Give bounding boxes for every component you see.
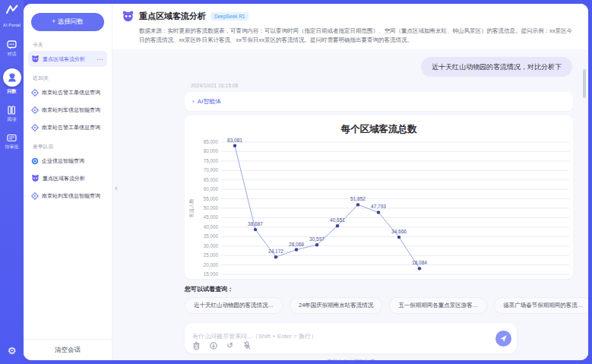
rail-item-label: 待审批 (5, 144, 19, 150)
svg-text:30,000: 30,000 (204, 243, 219, 248)
chat-area: ‹ 近十天红山动物园的客流情况，对比分析下 2024/10/21 16:15:0… (112, 49, 588, 360)
clear-session-button[interactable]: 清空会话 (24, 339, 112, 360)
ai-disclaimer: 内容由AI大模型生成 (185, 358, 517, 360)
history-item-label: 南京站告警工单信息查询 (42, 124, 104, 131)
select-dataset-button[interactable]: + 选择问数 (31, 13, 104, 31)
sidebar-spacer (24, 204, 112, 339)
rail-item-approval[interactable]: 待审批 (5, 134, 19, 150)
collapse-sidebar-icon[interactable]: ‹ (115, 183, 118, 192)
send-icon (499, 334, 508, 343)
suggestion-chip[interactable]: 五一假期期间各重点景区游客… (389, 297, 487, 314)
main-header: 重点区域客流分析 DeepSeek R1 数据来源：实时更新的客流数据表，可查询… (112, 4, 588, 49)
rail-item-label: 对话 (8, 51, 17, 58)
suggestion-chip[interactable]: 德基广场春节假期期间的客流… (494, 297, 588, 314)
svg-text:85,000: 85,000 (204, 139, 219, 144)
svg-text:65,000: 65,000 (204, 177, 219, 182)
compass-icon (31, 192, 39, 200)
rail-item-chat[interactable]: 对话 (7, 40, 17, 58)
svg-text:38,687: 38,687 (248, 221, 263, 226)
svg-text:55,000: 55,000 (204, 196, 219, 201)
rail-item-label: 问数 (8, 88, 17, 95)
agent-toggle-bar[interactable]: › AI智能体 (185, 92, 573, 111)
app-panel: + 选择问数 今天 重点区域客流分析 ⋯ 近30天 南京站告警工单信息查询 (24, 4, 588, 360)
scrollbar-thumb[interactable] (583, 69, 586, 98)
svg-text:75,000: 75,000 (204, 158, 219, 163)
svg-text:客流人数: 客流人数 (188, 198, 195, 218)
history-item[interactable]: 南京站告警工单信息查询 (28, 84, 107, 100)
agent-avatar-icon (31, 174, 40, 182)
svg-text:70,000: 70,000 (204, 167, 219, 173)
svg-text:30,597: 30,597 (309, 236, 324, 242)
svg-text:15,000: 15,000 (204, 271, 219, 277)
compass-icon (31, 124, 39, 131)
chart-card: 每个区域客流总数 85,00080,00075,00070,00065,0006… (185, 116, 573, 279)
logo-text: AI Portal (3, 23, 21, 27)
history-item-label: 南京站列车信息智能查询 (42, 106, 104, 114)
history-item[interactable]: 南京站列车信息智能查询 (28, 102, 107, 118)
svg-text:80,000: 80,000 (204, 148, 219, 154)
svg-text:24,172: 24,172 (268, 248, 283, 254)
nav-rail: AI Portal 对话 问数 阅读 (0, 0, 24, 364)
main-area: 重点区域客流分析 DeepSeek R1 数据来源：实时更新的客流数据表，可查询… (112, 4, 588, 360)
svg-text:18,084: 18,084 (412, 260, 427, 265)
chevron-right-icon: › (192, 98, 195, 105)
app-logo: AI Portal (3, 5, 21, 30)
svg-text:20,000: 20,000 (204, 262, 219, 267)
agent-avatar-icon (31, 55, 40, 63)
suggestion-chip[interactable]: 24年国庆假期南京站客流情况 (290, 297, 382, 314)
agent-avatar (122, 10, 135, 23)
agent-description: 数据来源：实时更新的客流数据表，可查询内容：可以查询时间（指定日期或者指定日期范… (139, 27, 576, 45)
svg-text:25,000: 25,000 (204, 252, 219, 258)
compass-icon (31, 106, 39, 114)
svg-text:60,000: 60,000 (204, 186, 219, 191)
history-item-label: 南京站列车信息智能查询 (42, 192, 104, 200)
history-item[interactable]: 南京站列车信息智能查询 (28, 188, 107, 204)
history-item-active[interactable]: 重点区域客流分析 ⋯ (28, 51, 107, 67)
undo-icon[interactable]: ↺ (226, 341, 234, 350)
rail-item-ask-data[interactable]: 问数 (3, 68, 21, 95)
agent-toggle-label: AI智能体 (198, 97, 222, 106)
svg-text:28,068: 28,068 (289, 242, 304, 247)
svg-text:50,000: 50,000 (204, 205, 219, 210)
svg-text:35,000: 35,000 (204, 233, 219, 239)
svg-text:34,666: 34,666 (391, 229, 407, 234)
user-message-bubble: 近十天红山动物园的客流情况，对比分析下 (421, 57, 572, 77)
history-download-icon[interactable] (209, 341, 217, 350)
approval-icon (7, 134, 17, 142)
compass-icon (31, 89, 39, 97)
suggestion-chip[interactable]: 近十天红山动物园的客流情况… (185, 297, 283, 314)
history-item[interactable]: 企业信息智能查询 (28, 153, 107, 169)
message-composer: ↺ (185, 323, 517, 353)
rail-item-label: 阅读 (8, 116, 17, 123)
model-badge: DeepSeek R1 (211, 12, 249, 21)
section-label-30days: 近30天 (33, 74, 112, 82)
line-chart: 85,00080,00075,00070,00065,00060,00055,0… (186, 136, 573, 277)
rail-item-reading[interactable]: 阅读 (7, 106, 17, 123)
svg-text:40,000: 40,000 (204, 224, 219, 229)
history-item-label: 南京站告警工单信息查询 (42, 89, 104, 97)
message-input[interactable] (192, 333, 466, 340)
history-item[interactable]: 南京站告警工单信息查询 (28, 119, 107, 135)
svg-text:51,852: 51,852 (350, 196, 366, 201)
suggestion-chips: 近十天红山动物园的客流情况… 24年国庆假期南京站客流情况 五一假期期间各重点景… (185, 297, 573, 314)
svg-text:40,651: 40,651 (330, 217, 345, 223)
history-item[interactable]: 重点区域客流分析 (28, 170, 107, 186)
trash-icon[interactable] (192, 341, 201, 350)
gear-icon[interactable]: ⚙ (8, 345, 17, 356)
history-item-label: 重点区域客流分析 (43, 175, 104, 182)
send-button[interactable] (495, 331, 511, 347)
svg-text:47,793: 47,793 (371, 204, 386, 209)
section-label-earlier: 更早以前 (33, 143, 112, 150)
reading-icon (7, 106, 17, 115)
svg-text:45,000: 45,000 (204, 214, 219, 220)
history-sidebar: + 选择问数 今天 重点区域客流分析 ⋯ 近30天 南京站告警工单信息查询 (24, 4, 112, 360)
globe-icon (31, 157, 39, 165)
page-title: 重点区域客流分析 (139, 11, 206, 22)
mic-off-icon[interactable] (242, 341, 251, 350)
suggestions-label: 您可以试着查询： (185, 285, 588, 293)
section-label-today: 今天 (33, 41, 112, 49)
chat-icon (7, 40, 17, 49)
message-timestamp: 2024/10/21 16:15:08 (191, 83, 588, 88)
history-item-label: 重点区域客流分析 (43, 55, 93, 63)
more-icon[interactable]: ⋯ (97, 55, 104, 63)
